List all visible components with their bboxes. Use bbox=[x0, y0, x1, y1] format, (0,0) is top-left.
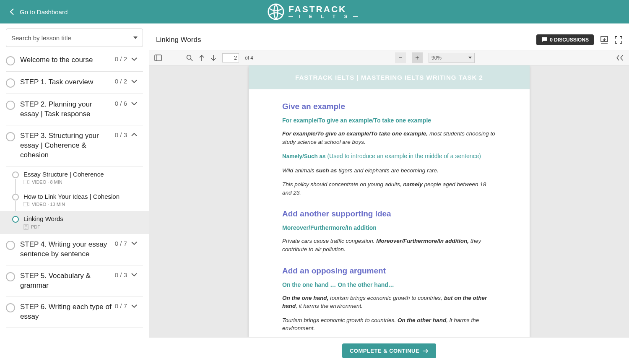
complete-continue-button[interactable]: COMPLETE & CONTINUE bbox=[342, 343, 436, 358]
paragraph: This policy should concentrate on young … bbox=[282, 180, 496, 197]
zoom-select[interactable]: 90% bbox=[429, 53, 475, 63]
chevron-up-icon bbox=[131, 133, 137, 136]
sidebar-toggle-icon[interactable] bbox=[154, 55, 162, 61]
lesson-item[interactable]: Linking Words PDF bbox=[0, 211, 149, 234]
lesson-progress-icon bbox=[12, 216, 19, 223]
lesson-item[interactable]: How to Link Your Ideas | Cohesion VIDEO … bbox=[6, 189, 143, 211]
chevron-left-icon bbox=[10, 8, 14, 15]
top-bar: Go to Dashboard FASTRACK — I E L T S — bbox=[0, 0, 629, 23]
section-subheading: On the one hand … On the other hand… bbox=[282, 281, 496, 288]
chat-icon bbox=[541, 37, 547, 43]
back-to-dashboard[interactable]: Go to Dashboard bbox=[0, 8, 68, 16]
module-item[interactable]: STEP 4. Writing your essay sentence by s… bbox=[6, 234, 143, 265]
lesson-progress-icon bbox=[12, 172, 19, 178]
chevron-down-icon bbox=[131, 242, 137, 245]
paragraph: Wild animals such as tigers and elephant… bbox=[282, 166, 496, 175]
caret-down-icon bbox=[468, 57, 472, 59]
module-count: 0 / 7 bbox=[115, 302, 127, 309]
video-icon bbox=[23, 202, 29, 206]
section-subheading: Moreover/Furthermore/In addition bbox=[282, 224, 496, 231]
pdf-icon bbox=[23, 224, 29, 230]
paragraph: For example/To give an example/To take o… bbox=[282, 130, 496, 146]
pdf-page: FASTRACK IELTS | MASTERING IELTS WRITING… bbox=[249, 65, 530, 337]
fullscreen-icon[interactable] bbox=[615, 36, 622, 44]
progress-circle-icon bbox=[6, 272, 15, 281]
page-number-input[interactable] bbox=[222, 53, 239, 62]
paragraph: On the one hand, tourism brings economic… bbox=[282, 294, 496, 310]
chevron-down-icon bbox=[131, 304, 137, 308]
chevron-down-icon bbox=[131, 102, 137, 105]
module-title: STEP 5. Vocabulary & grammar bbox=[20, 271, 112, 291]
module-item[interactable]: STEP 3. Structuring your essay | Coheren… bbox=[6, 125, 143, 166]
svg-point-0 bbox=[268, 4, 283, 19]
search-icon[interactable] bbox=[186, 55, 193, 61]
tools-menu-icon[interactable] bbox=[616, 55, 624, 61]
module-count: 0 / 2 bbox=[115, 55, 127, 62]
lesson-progress-icon bbox=[12, 194, 19, 200]
arrow-right-icon bbox=[423, 349, 429, 353]
chevron-down-icon bbox=[131, 273, 137, 276]
brand-main: FASTRACK bbox=[289, 5, 346, 13]
discussions-button[interactable]: 0 DISCUSSIONS bbox=[536, 34, 594, 45]
page-total: of 4 bbox=[245, 55, 253, 61]
module-title: Welcome to the course bbox=[20, 55, 93, 65]
search-placeholder: Search by lesson title bbox=[11, 34, 71, 42]
module-title: STEP 4. Writing your essay sentence by s… bbox=[20, 240, 112, 259]
paragraph: Private cars cause traffic congestion. M… bbox=[282, 237, 496, 253]
content-header: Linking Words 0 DISCUSSIONS bbox=[149, 29, 629, 50]
chevron-down-icon bbox=[131, 80, 137, 83]
back-label: Go to Dashboard bbox=[20, 8, 68, 16]
module-item[interactable]: STEP 2. Planning your essay | Task respo… bbox=[6, 94, 143, 125]
video-icon bbox=[23, 180, 29, 184]
paragraph: Namely/Such as (Used to introduce an exa… bbox=[282, 152, 496, 161]
content-area: Linking Words 0 DISCUSSIONS of 4 − + bbox=[149, 23, 629, 364]
section-heading: Add another supporting idea bbox=[282, 209, 496, 218]
lesson-meta: PDF bbox=[23, 224, 143, 230]
progress-circle-icon bbox=[6, 241, 15, 250]
module-title: STEP 2. Planning your essay | Task respo… bbox=[20, 100, 112, 119]
module-count: 0 / 7 bbox=[115, 240, 127, 247]
module-count: 0 / 2 bbox=[115, 78, 127, 85]
module-title: STEP 1. Task overview bbox=[20, 78, 93, 87]
module-title: STEP 6. Writing each type of essay bbox=[20, 302, 112, 322]
content-footer: COMPLETE & CONTINUE bbox=[149, 337, 629, 364]
brand-logo: FASTRACK — I E L T S — bbox=[268, 3, 361, 20]
globe-icon bbox=[268, 3, 284, 20]
zoom-out-button[interactable]: − bbox=[395, 52, 406, 63]
page-down-icon[interactable] bbox=[211, 55, 216, 61]
lesson-meta: VIDEO · 8 MIN bbox=[23, 179, 143, 185]
svg-line-10 bbox=[191, 59, 193, 61]
module-item[interactable]: STEP 5. Vocabulary & grammar 0 / 3 bbox=[6, 265, 143, 297]
lesson-meta: VIDEO · 13 MIN bbox=[23, 202, 143, 207]
progress-circle-icon bbox=[6, 56, 15, 65]
lesson-title: Linking Words bbox=[23, 215, 143, 222]
svg-rect-7 bbox=[155, 55, 161, 61]
brand-sub: — I E L T S — bbox=[289, 14, 361, 19]
page-up-icon[interactable] bbox=[199, 55, 205, 61]
lesson-item[interactable]: Essay Structure | Coherence VIDEO · 8 MI… bbox=[6, 166, 143, 189]
progress-circle-icon bbox=[6, 78, 15, 88]
progress-circle-icon bbox=[6, 132, 15, 141]
chevron-down-icon bbox=[131, 57, 137, 61]
section-heading: Add an opposing argument bbox=[282, 266, 496, 276]
paragraph: Tourism brings economic growth to countr… bbox=[282, 316, 496, 333]
caret-down-icon bbox=[133, 36, 138, 39]
sidebar: Search by lesson title Welcome to the co… bbox=[0, 23, 149, 364]
document-viewport[interactable]: FASTRACK IELTS | MASTERING IELTS WRITING… bbox=[149, 65, 629, 337]
module-item[interactable]: STEP 6. Writing each type of essay 0 / 7 bbox=[6, 296, 143, 328]
lesson-title: How to Link Your Ideas | Cohesion bbox=[23, 193, 143, 200]
zoom-in-button[interactable]: + bbox=[412, 52, 423, 63]
svg-rect-1 bbox=[23, 180, 28, 184]
search-lessons[interactable]: Search by lesson title bbox=[6, 29, 143, 47]
lesson-title: Linking Words bbox=[156, 36, 201, 44]
lesson-title: Essay Structure | Coherence bbox=[23, 171, 143, 178]
pdf-toolbar: of 4 − + 90% bbox=[149, 50, 629, 65]
progress-circle-icon bbox=[6, 303, 15, 312]
svg-point-9 bbox=[187, 55, 191, 59]
page-header-band: FASTRACK IELTS | MASTERING IELTS WRITING… bbox=[249, 65, 530, 89]
download-icon[interactable] bbox=[600, 35, 609, 44]
module-item[interactable]: STEP 1. Task overview 0 / 2 bbox=[6, 72, 143, 94]
section-heading: Give an example bbox=[282, 102, 496, 111]
svg-rect-2 bbox=[23, 202, 28, 206]
module-item[interactable]: Welcome to the course 0 / 2 bbox=[6, 49, 143, 72]
